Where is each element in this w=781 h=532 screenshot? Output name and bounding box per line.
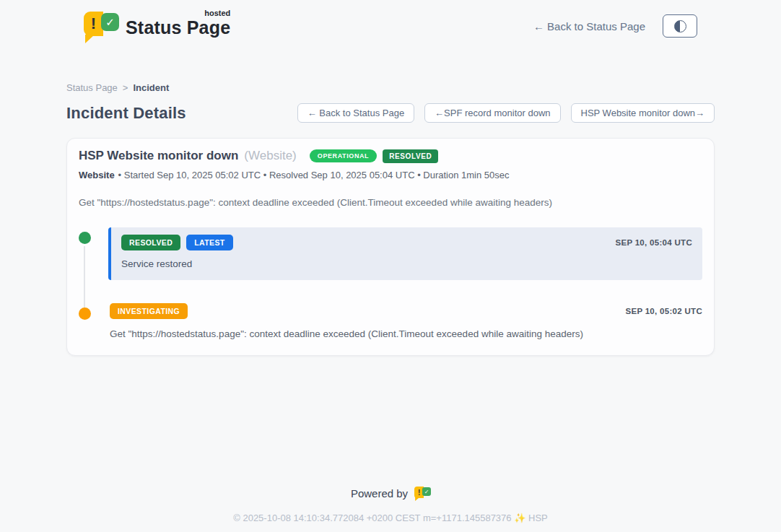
meta-component-name: Website	[79, 170, 115, 180]
incident-description: Get "https://hostedstatus.page": context…	[79, 197, 702, 208]
speech-bubble-tail	[415, 497, 419, 501]
check-icon: ✓	[101, 13, 119, 31]
latest-badge: LATEST	[186, 235, 232, 250]
update-message: Get "https://hostedstatus.page": context…	[110, 328, 702, 339]
update-card-investigating: INVESTIGATING SEP 10, 05:02 UTC Get "htt…	[108, 303, 702, 339]
breadcrumb-separator: >	[123, 82, 128, 93]
check-icon: ✓	[422, 487, 431, 496]
brand-superscript: hosted	[204, 9, 230, 17]
page-footer: Powered by ! ✓ © 2025-10-08 14:10:34.772…	[0, 486, 781, 523]
timeline-entry-resolved: RESOLVED LATEST SEP 10, 05:04 UTC Servic…	[79, 227, 702, 280]
incident-component: (Website)	[244, 149, 296, 163]
title-row: Incident Details ← Back to Status Page ←…	[66, 103, 715, 123]
header-actions: ← Back to Status Page	[533, 14, 697, 38]
update-timestamp: SEP 10, 05:04 UTC	[615, 238, 692, 247]
page-title: Incident Details	[66, 104, 186, 123]
update-timestamp: SEP 10, 05:02 UTC	[625, 307, 702, 315]
investigating-badge: INVESTIGATING	[110, 303, 188, 319]
dark-mode-icon	[674, 20, 686, 32]
statuspage-logo-icon: ! ✓	[84, 10, 117, 42]
incident-card: HSP Website monitor down (Website) OPERA…	[66, 138, 715, 356]
update-message: Service restored	[121, 258, 692, 269]
powered-by-label: Powered by	[351, 487, 408, 500]
resolved-dot-icon	[79, 232, 91, 244]
update-header: INVESTIGATING SEP 10, 05:02 UTC	[110, 303, 702, 319]
powered-by: Powered by ! ✓	[351, 486, 430, 501]
investigating-dot-icon	[79, 308, 91, 320]
breadcrumb-status-page[interactable]: Status Page	[66, 82, 118, 93]
back-to-status-page-link[interactable]: ← Back to Status Page	[533, 20, 645, 32]
copyright-text: © 2025-10-08 14:10:34.772084 +0200 CEST …	[0, 513, 781, 523]
back-to-status-page-button[interactable]: ← Back to Status Page	[297, 103, 414, 123]
brand-logo[interactable]: ! ✓ Status Page hosted	[84, 10, 230, 42]
timeline-entry-investigating: INVESTIGATING SEP 10, 05:02 UTC Get "htt…	[79, 303, 702, 339]
incident-timeline: RESOLVED LATEST SEP 10, 05:04 UTC Servic…	[79, 227, 702, 339]
brand-text: Status Page hosted	[126, 10, 230, 38]
brand-name: Status Page	[126, 17, 230, 38]
prev-incident-button[interactable]: ←SPF record monitor down	[424, 103, 560, 123]
theme-toggle-button[interactable]	[663, 14, 697, 38]
incident-title: HSP Website monitor down	[79, 149, 238, 163]
exclamation-icon: !	[84, 12, 103, 36]
breadcrumb: Status Page > Incident	[66, 82, 715, 93]
incident-nav-buttons: ← Back to Status Page ←SPF record monito…	[297, 103, 715, 123]
incident-meta: Website • Started Sep 10, 2025 05:02 UTC…	[79, 170, 702, 180]
resolved-badge: RESOLVED	[121, 235, 180, 250]
meta-details: • Started Sep 10, 2025 05:02 UTC • Resol…	[118, 170, 510, 180]
page-header: ! ✓ Status Page hosted ← Back to Status …	[84, 0, 697, 42]
resolved-status-badge: RESOLVED	[383, 149, 438, 163]
operational-status-badge: OPERATIONAL	[310, 149, 377, 162]
update-header: RESOLVED LATEST SEP 10, 05:04 UTC	[121, 235, 692, 250]
incident-title-row: HSP Website monitor down (Website) OPERA…	[79, 149, 702, 163]
main-content: Status Page > Incident Incident Details …	[66, 82, 715, 356]
update-card-resolved: RESOLVED LATEST SEP 10, 05:04 UTC Servic…	[108, 227, 702, 280]
next-incident-button[interactable]: HSP Website monitor down→	[571, 103, 715, 123]
breadcrumb-incident: Incident	[133, 82, 169, 93]
statuspage-mini-logo-icon[interactable]: ! ✓	[414, 486, 430, 501]
